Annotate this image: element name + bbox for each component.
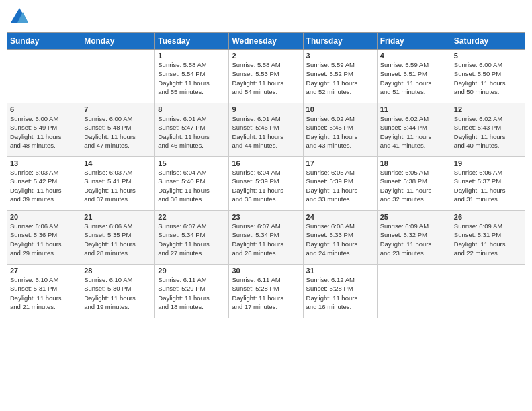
cell-info-line: Sunrise: 6:10 AM [10, 275, 78, 284]
cell-info-line: and 17 minutes. [232, 302, 300, 311]
cell-info-line: Daylight: 11 hours [232, 186, 300, 195]
cell-info-line: Sunrise: 6:01 AM [158, 114, 226, 123]
day-number: 29 [158, 267, 226, 275]
cell-info-line: Daylight: 11 hours [232, 293, 300, 302]
cell-info-line: Sunrise: 6:04 AM [158, 168, 226, 177]
cell-info-line: and 16 minutes. [306, 302, 374, 311]
cell-info-line: Sunrise: 6:09 AM [380, 222, 448, 230]
cell-info-line: and 31 minutes. [454, 195, 522, 203]
cell-info-line: Sunrise: 5:59 AM [380, 60, 448, 69]
day-number: 14 [84, 159, 152, 167]
day-number: 16 [232, 159, 300, 167]
cell-info-line: Sunset: 5:39 PM [306, 177, 374, 185]
day-number: 28 [84, 267, 152, 275]
cell-info-line: Sunset: 5:47 PM [158, 123, 226, 132]
calendar-cell: 21Sunrise: 6:06 AMSunset: 5:35 PMDayligh… [81, 211, 155, 265]
cell-info-line: Sunset: 5:33 PM [306, 230, 374, 239]
calendar-cell: 26Sunrise: 6:09 AMSunset: 5:31 PMDayligh… [451, 211, 525, 265]
cell-info-line: Sunset: 5:50 PM [454, 69, 522, 78]
cell-info-line: Daylight: 11 hours [232, 79, 300, 87]
cell-info-line: Daylight: 11 hours [10, 293, 78, 302]
calendar-cell: 24Sunrise: 6:08 AMSunset: 5:33 PMDayligh… [303, 211, 377, 265]
calendar-cell: 12Sunrise: 6:02 AMSunset: 5:43 PMDayligh… [451, 103, 525, 157]
day-number: 11 [380, 105, 448, 113]
day-number: 31 [306, 267, 374, 275]
cell-info-line: Daylight: 11 hours [84, 186, 152, 195]
cell-info-line: and 47 minutes. [84, 141, 152, 150]
calendar-cell: 9Sunrise: 6:01 AMSunset: 5:46 PMDaylight… [229, 103, 303, 157]
cell-info-line: Daylight: 11 hours [380, 132, 448, 141]
day-number: 7 [84, 105, 152, 113]
cell-info-line: and 24 minutes. [306, 248, 374, 257]
cell-info-line: Sunset: 5:40 PM [158, 177, 226, 185]
cell-info-line: Daylight: 11 hours [158, 132, 226, 141]
cell-info-line: and 19 minutes. [84, 302, 152, 311]
cell-info-line: Daylight: 11 hours [158, 293, 226, 302]
calendar-week-4: 20Sunrise: 6:06 AMSunset: 5:36 PMDayligh… [7, 211, 525, 265]
calendar-cell: 23Sunrise: 6:07 AMSunset: 5:34 PMDayligh… [229, 211, 303, 265]
cell-info-line: Sunrise: 6:06 AM [84, 222, 152, 230]
cell-info-line: Sunset: 5:51 PM [380, 69, 448, 78]
cell-info-line: Daylight: 11 hours [454, 240, 522, 248]
cell-info-line: and 29 minutes. [10, 248, 78, 257]
cell-info-line: Sunset: 5:48 PM [84, 123, 152, 132]
calendar-cell: 2Sunrise: 5:58 AMSunset: 5:53 PMDaylight… [229, 50, 303, 103]
day-number: 24 [306, 213, 374, 221]
calendar-cell: 7Sunrise: 6:00 AMSunset: 5:48 PMDaylight… [81, 103, 155, 157]
calendar-cell: 6Sunrise: 6:00 AMSunset: 5:49 PMDaylight… [7, 103, 81, 157]
cell-info-line: Sunrise: 5:59 AM [306, 60, 374, 69]
day-number: 2 [232, 52, 300, 60]
cell-info-line: Daylight: 11 hours [454, 132, 522, 141]
cell-info-line: Daylight: 11 hours [158, 79, 226, 87]
day-number: 12 [454, 105, 522, 113]
calendar-header-thursday: Thursday [303, 33, 377, 50]
calendar-week-3: 13Sunrise: 6:03 AMSunset: 5:42 PMDayligh… [7, 157, 525, 211]
calendar-cell: 19Sunrise: 6:06 AMSunset: 5:37 PMDayligh… [451, 157, 525, 211]
cell-info-line: Sunrise: 6:10 AM [84, 275, 152, 284]
cell-info-line: Daylight: 11 hours [306, 186, 374, 195]
cell-info-line: Sunrise: 6:03 AM [84, 168, 152, 177]
cell-info-line: and 18 minutes. [158, 302, 226, 311]
calendar-cell [7, 50, 81, 103]
calendar-header-friday: Friday [377, 33, 451, 50]
cell-info-line: and 35 minutes. [232, 195, 300, 203]
cell-info-line: and 36 minutes. [158, 195, 226, 203]
cell-info-line: Sunrise: 6:05 AM [380, 168, 448, 177]
cell-info-line: Sunrise: 6:01 AM [232, 114, 300, 123]
calendar-cell: 17Sunrise: 6:05 AMSunset: 5:39 PMDayligh… [303, 157, 377, 211]
cell-info-line: and 40 minutes. [454, 141, 522, 150]
cell-info-line: Sunset: 5:28 PM [306, 284, 374, 293]
cell-info-line: Daylight: 11 hours [10, 240, 78, 248]
day-number: 8 [158, 105, 226, 113]
cell-info-line: Sunset: 5:44 PM [380, 123, 448, 132]
day-number: 27 [10, 267, 78, 275]
day-number: 18 [380, 159, 448, 167]
cell-info-line: and 46 minutes. [158, 141, 226, 150]
cell-info-line: Sunrise: 6:06 AM [454, 168, 522, 177]
cell-info-line: Sunrise: 6:07 AM [232, 222, 300, 230]
cell-info-line: and 22 minutes. [454, 248, 522, 257]
cell-info-line: and 50 minutes. [454, 87, 522, 96]
cell-info-line: and 54 minutes. [232, 87, 300, 96]
logo [9, 7, 32, 27]
cell-info-line: Sunset: 5:43 PM [454, 123, 522, 132]
calendar-week-5: 27Sunrise: 6:10 AMSunset: 5:31 PMDayligh… [7, 265, 525, 318]
calendar-header-row: SundayMondayTuesdayWednesdayThursdayFrid… [7, 33, 525, 50]
cell-info-line: Sunset: 5:34 PM [232, 230, 300, 239]
calendar-cell: 1Sunrise: 5:58 AMSunset: 5:54 PMDaylight… [155, 50, 229, 103]
day-number: 17 [306, 159, 374, 167]
cell-info-line: Sunset: 5:41 PM [84, 177, 152, 185]
cell-info-line: Sunset: 5:38 PM [380, 177, 448, 185]
cell-info-line: Sunset: 5:42 PM [10, 177, 78, 185]
cell-info-line: and 39 minutes. [10, 195, 78, 203]
day-number: 3 [306, 52, 374, 60]
cell-info-line: Sunrise: 6:05 AM [306, 168, 374, 177]
calendar-cell: 14Sunrise: 6:03 AMSunset: 5:41 PMDayligh… [81, 157, 155, 211]
calendar-cell: 31Sunrise: 6:12 AMSunset: 5:28 PMDayligh… [303, 265, 377, 318]
calendar-cell: 11Sunrise: 6:02 AMSunset: 5:44 PMDayligh… [377, 103, 451, 157]
cell-info-line: Sunrise: 6:12 AM [306, 275, 374, 284]
cell-info-line: Sunset: 5:29 PM [158, 284, 226, 293]
cell-info-line: Daylight: 11 hours [10, 132, 78, 141]
calendar-week-2: 6Sunrise: 6:00 AMSunset: 5:49 PMDaylight… [7, 103, 525, 157]
cell-info-line: Daylight: 11 hours [158, 240, 226, 248]
